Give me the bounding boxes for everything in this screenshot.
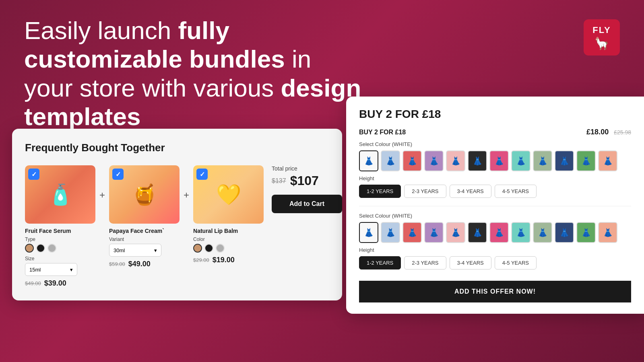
bundle-section-2: Select Colour (WHITE) 👗 👗 👗 👗 👗 👗 👗 👗 👗 … [359, 213, 631, 269]
hero-section: Easily launch fully customizable bundles… [24, 16, 386, 131]
fbt-product-2-variant-label: Variant [109, 237, 180, 242]
height-btn-2-3-years-2[interactable]: 2-3 YEARS [404, 256, 446, 269]
fbt-product-3-check[interactable]: ✓ [196, 169, 208, 180]
logo-text: FLY [592, 25, 611, 35]
swatch-green-2[interactable]: 👗 [576, 222, 596, 243]
fbt-product-2-price: $59.00 $49.00 [109, 260, 180, 268]
swatch-blue-1[interactable]: 👗 [381, 150, 400, 171]
bundle-section-1: BUY 2 FOR £18 £18.00 £25.98 Select Colou… [359, 128, 631, 198]
total-label: Total price [272, 165, 297, 172]
bundle-section-1-price: £18.00 £25.98 [586, 128, 631, 136]
bundle-dress-swatches-2: 👗 👗 👗 👗 👗 👗 👗 👗 👗 👗 👗 👗 [359, 222, 631, 243]
total-prices: $137 $107 [272, 173, 319, 188]
fbt-product-2-image: ✓ [109, 165, 180, 224]
swatch-black-2[interactable]: 👗 [468, 222, 487, 243]
fbt-product-2-check[interactable]: ✓ [112, 169, 124, 180]
height-btn-1-2-years-1[interactable]: 1-2 YEARS [359, 185, 401, 198]
swatch-gray[interactable] [47, 244, 56, 253]
add-offer-button[interactable]: ADD THIS OFFER NOW! [359, 281, 631, 302]
hero-line1-normal: Easily launch [24, 16, 178, 44]
fbt-title: Frequently Bought Together [25, 142, 329, 154]
bundle-section-1-title: BUY 2 FOR £18 [359, 129, 406, 136]
fbt-product-1-swatches [25, 244, 95, 253]
variant-value: 30ml [114, 247, 125, 253]
swatch-sage-2[interactable]: 👗 [533, 222, 552, 243]
height-btn-4-5-years-2[interactable]: 4-5 YEARS [495, 256, 537, 269]
price-new-3: $19.00 [213, 256, 235, 264]
fbt-product-2-name: Papaya Face Cream` [109, 228, 180, 234]
height-btn-3-4-years-2[interactable]: 3-4 YEARS [450, 256, 491, 269]
fbt-summary: Total price $137 $107 Add to Cart [272, 165, 342, 217]
swatch-white-1[interactable]: 👗 [359, 150, 378, 171]
bundle-height-label-2: Height [359, 247, 631, 253]
swatch-pink-2[interactable]: 👗 [446, 222, 465, 243]
swatch-peach-1[interactable]: 👗 [598, 150, 617, 171]
chevron-down-icon-2: ▾ [154, 247, 157, 253]
total-new: $107 [290, 173, 319, 188]
bundle-height-options-1: 1-2 YEARS 2-3 YEARS 3-4 YEARS 4-5 YEARS [359, 185, 631, 198]
fbt-product-1-size-label: Size [25, 256, 95, 261]
swatch-black-1[interactable]: 👗 [468, 150, 487, 171]
height-btn-4-5-years-1[interactable]: 4-5 YEARS [495, 185, 537, 198]
height-btn-1-2-years-2[interactable]: 1-2 YEARS [359, 256, 401, 269]
swatch-hot-pink-2[interactable]: 👗 [489, 222, 509, 243]
price-old-2: $59.00 [109, 261, 125, 267]
bundle-price-old: £25.98 [614, 129, 631, 136]
swatch-tan[interactable] [25, 244, 34, 253]
fbt-product-1-check[interactable]: ✓ [28, 169, 39, 180]
swatch-teal-2[interactable]: 👗 [511, 222, 530, 243]
bundle-section-1-header: BUY 2 FOR £18 £18.00 £25.98 [359, 128, 631, 136]
height-btn-3-4-years-1[interactable]: 3-4 YEARS [450, 185, 491, 198]
fbt-product-1-image: ✓ [25, 165, 95, 224]
swatch-navy-1[interactable]: 👗 [555, 150, 574, 171]
swatch-tan-3[interactable] [193, 244, 202, 253]
height-btn-2-3-years-1[interactable]: 2-3 YEARS [404, 185, 446, 198]
swatch-peach-2[interactable]: 👗 [598, 222, 617, 243]
logo: FLY 🦙 [584, 19, 620, 56]
bundle-colour-label-2: Select Colour (WHITE) [359, 213, 631, 219]
hero-line1-end: in [285, 45, 311, 73]
hero-line2-normal: your store with various [24, 74, 281, 102]
price-new: $39.00 [44, 279, 66, 288]
fbt-product-1-size-select[interactable]: 15ml ▾ [25, 263, 77, 276]
bundle-height-label-1: Height [359, 175, 631, 181]
swatch-blue-2[interactable]: 👗 [381, 222, 400, 243]
add-to-cart-button[interactable]: Add to Cart [272, 195, 342, 213]
plus-1: + [99, 189, 105, 201]
fbt-product-2-variant-select[interactable]: 30ml ▾ [109, 244, 161, 257]
swatch-hot-pink-1[interactable]: 👗 [489, 150, 509, 171]
swatch-white-2[interactable]: 👗 [359, 222, 378, 243]
fbt-product-3-name: Natural Lip Balm [193, 228, 264, 234]
swatch-black-3[interactable] [204, 244, 213, 253]
fbt-product-1-price: $49.00 $39.00 [25, 279, 95, 288]
chevron-down-icon: ▾ [70, 267, 73, 273]
size-value: 15ml [29, 267, 41, 273]
logo-icon: 🦙 [594, 36, 610, 50]
fbt-product-3-swatches [193, 244, 264, 253]
fbt-product-3-price: $29.00 $19.00 [193, 256, 264, 264]
price-old: $49.00 [25, 280, 41, 286]
fbt-products: ✓ Fruit Face Serum Type Size 15ml ▾ $49.… [25, 165, 329, 288]
divider [359, 206, 631, 206]
swatch-navy-2[interactable]: 👗 [555, 222, 574, 243]
swatch-sage-1[interactable]: 👗 [533, 150, 552, 171]
swatch-green-1[interactable]: 👗 [576, 150, 596, 171]
bundle-price-new: £18.00 [586, 128, 609, 136]
bundle-card: BUY 2 FOR £18 BUY 2 FOR £18 £18.00 £25.9… [346, 97, 644, 314]
fbt-product-1-name: Fruit Face Serum [25, 228, 95, 234]
swatch-gray-3[interactable] [216, 244, 225, 253]
plus-2: + [184, 189, 189, 201]
fbt-product-1: ✓ Fruit Face Serum Type Size 15ml ▾ $49.… [25, 165, 95, 288]
bundle-colour-label-1: Select Colour (WHITE) [359, 141, 631, 147]
fbt-product-2: ✓ Papaya Face Cream` Variant 30ml ▾ $59.… [109, 165, 180, 268]
price-new-2: $49.00 [128, 260, 151, 268]
swatch-pink-1[interactable]: 👗 [446, 150, 465, 171]
swatch-red-1[interactable]: 👗 [402, 150, 422, 171]
fbt-product-3-image: ✓ [193, 165, 264, 224]
swatch-purple-2[interactable]: 👗 [424, 222, 444, 243]
swatch-red-2[interactable]: 👗 [402, 222, 422, 243]
swatch-black[interactable] [36, 244, 45, 253]
bundle-height-options-2: 1-2 YEARS 2-3 YEARS 3-4 YEARS 4-5 YEARS [359, 256, 631, 269]
swatch-teal-1[interactable]: 👗 [511, 150, 530, 171]
swatch-purple-1[interactable]: 👗 [424, 150, 444, 171]
